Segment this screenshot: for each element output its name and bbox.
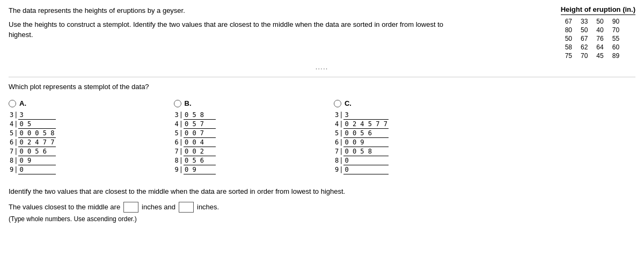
stem-cell: 7 <box>334 147 339 156</box>
table-row: 80504070 <box>561 26 624 34</box>
leaves-cell: 0 0 5 6 <box>18 147 55 156</box>
stem-separator: | <box>179 165 184 174</box>
option-c-radio[interactable] <box>334 100 341 107</box>
leaves-cell: 0 2 4 5 7 7 <box>343 120 388 129</box>
stem-cell: 4 <box>174 120 179 129</box>
table-cell: 58 <box>561 43 576 52</box>
stem-cell: 9 <box>9 165 13 174</box>
stemplot-row: 5|0 0 0 5 8 <box>9 129 56 138</box>
leaves-cell: 0 2 4 7 7 <box>18 138 55 147</box>
stemplot-row: 8|0 9 <box>9 156 56 165</box>
stem-separator: | <box>339 120 343 129</box>
stem-cell: 7 <box>174 147 179 156</box>
data-table-title: Height of eruption (in.) <box>561 5 635 15</box>
stemplot-row: 3|3 <box>334 111 389 120</box>
option-c-header[interactable]: C. <box>334 99 389 107</box>
stemplot-row: 3|0 5 8 <box>174 111 216 120</box>
stemplot-row: 9|0 9 <box>174 165 216 174</box>
stemplot-row: 6|0 2 4 7 7 <box>9 138 56 147</box>
dots-divider: ..... <box>9 64 635 70</box>
leaves-cell: 0 0 5 8 <box>343 147 388 156</box>
table-cell: 80 <box>561 26 576 34</box>
stem-separator: | <box>339 156 343 165</box>
answer-suffix: inches. <box>197 201 219 213</box>
stem-cell: 3 <box>9 111 13 120</box>
question-label: Which plot represents a stemplot of the … <box>9 83 635 91</box>
stemplot-row: 4|0 2 4 5 7 7 <box>334 120 389 129</box>
table-cell: 50 <box>576 26 592 34</box>
horizontal-divider <box>9 77 635 77</box>
table-cell: 67 <box>576 34 592 43</box>
data-table: 6733509080504070506776555862646075704589 <box>561 17 624 60</box>
stemplot-row: 6|0 0 9 <box>334 138 389 147</box>
stemplot-b: 3|0 5 84|0 5 75|0 0 76|0 0 47|0 0 28|0 5… <box>174 111 216 174</box>
options-row: A. 3|34|0 55|0 0 0 5 86|0 2 4 7 77|0 0 5… <box>9 99 635 174</box>
table-cell: 50 <box>592 17 608 26</box>
leaves-cell: 0 0 2 <box>184 147 216 156</box>
stem-cell: 8 <box>174 156 179 165</box>
stem-separator: | <box>339 138 343 147</box>
leaves-cell: 0 0 5 6 <box>343 129 388 138</box>
option-b-radio[interactable] <box>174 100 181 107</box>
stemplot-row: 5|0 0 7 <box>174 129 216 138</box>
stemplot-row: 9|0 <box>9 165 56 174</box>
identify-text: Identify the two values that are closest… <box>9 185 635 198</box>
table-cell: 75 <box>561 52 576 60</box>
stemplot-row: 4|0 5 <box>9 120 56 129</box>
table-cell: 67 <box>561 17 576 26</box>
option-c[interactable]: C. 3|34|0 2 4 5 7 75|0 0 5 66|0 0 97|0 0… <box>334 99 389 174</box>
description-line1: The data represents the heights of erupt… <box>9 5 449 16</box>
table-row: 67335090 <box>561 17 624 26</box>
stemplot-row: 3|3 <box>9 111 56 120</box>
stem-separator: | <box>179 111 184 120</box>
stem-cell: 6 <box>9 138 13 147</box>
table-row: 75704589 <box>561 52 624 60</box>
description-line2: Use the heights to construct a stemplot.… <box>9 19 449 40</box>
stem-separator: | <box>13 138 18 147</box>
option-a-header[interactable]: A. <box>9 99 56 107</box>
leaves-cell: 3 <box>343 111 388 120</box>
stem-cell: 4 <box>334 120 339 129</box>
option-a-radio[interactable] <box>9 100 16 107</box>
answer-box-2[interactable] <box>179 202 194 213</box>
leaves-cell: 0 0 7 <box>184 129 216 138</box>
stem-separator: | <box>179 129 184 138</box>
leaves-cell: 0 <box>18 165 55 174</box>
table-cell: 40 <box>592 26 608 34</box>
stem-cell: 8 <box>334 156 339 165</box>
table-cell: 60 <box>608 43 624 52</box>
stem-separator: | <box>13 111 18 120</box>
stem-cell: 7 <box>9 147 13 156</box>
stemplot-row: 7|0 0 5 8 <box>334 147 389 156</box>
stem-separator: | <box>339 147 343 156</box>
leaves-cell: 0 5 7 <box>184 120 216 129</box>
option-b[interactable]: B. 3|0 5 84|0 5 75|0 0 76|0 0 47|0 0 28|… <box>174 99 216 174</box>
stem-separator: | <box>179 156 184 165</box>
option-a[interactable]: A. 3|34|0 55|0 0 0 5 86|0 2 4 7 77|0 0 5… <box>9 99 56 174</box>
table-cell: 70 <box>576 52 592 60</box>
leaves-cell: 0 5 6 <box>184 156 216 165</box>
stem-cell: 9 <box>334 165 339 174</box>
stemplot-row: 5|0 0 5 6 <box>334 129 389 138</box>
leaves-cell: 0 0 4 <box>184 138 216 147</box>
stemplot-a: 3|34|0 55|0 0 0 5 86|0 2 4 7 77|0 0 5 68… <box>9 111 56 174</box>
stemplot-row: 8|0 5 6 <box>174 156 216 165</box>
option-b-header[interactable]: B. <box>174 99 216 107</box>
stemplot-row: 6|0 0 4 <box>174 138 216 147</box>
stemplot-row: 9|0 <box>334 165 389 174</box>
stem-separator: | <box>179 138 184 147</box>
stem-separator: | <box>339 129 343 138</box>
stem-cell: 8 <box>9 156 13 165</box>
table-cell: 50 <box>561 34 576 43</box>
leaves-cell: 3 <box>18 111 55 120</box>
leaves-cell: 0 9 <box>18 156 55 165</box>
note-text: (Type whole numbers. Use ascending order… <box>9 214 635 225</box>
answer-section: Identify the two values that are closest… <box>9 185 635 225</box>
stemplot-row: 7|0 0 2 <box>174 147 216 156</box>
answer-box-1[interactable] <box>123 202 138 213</box>
table-row: 58626460 <box>561 43 624 52</box>
leaves-cell: 0 5 <box>18 120 55 129</box>
leaves-cell: 0 <box>343 156 388 165</box>
stem-separator: | <box>339 111 343 120</box>
stem-cell: 9 <box>174 165 179 174</box>
